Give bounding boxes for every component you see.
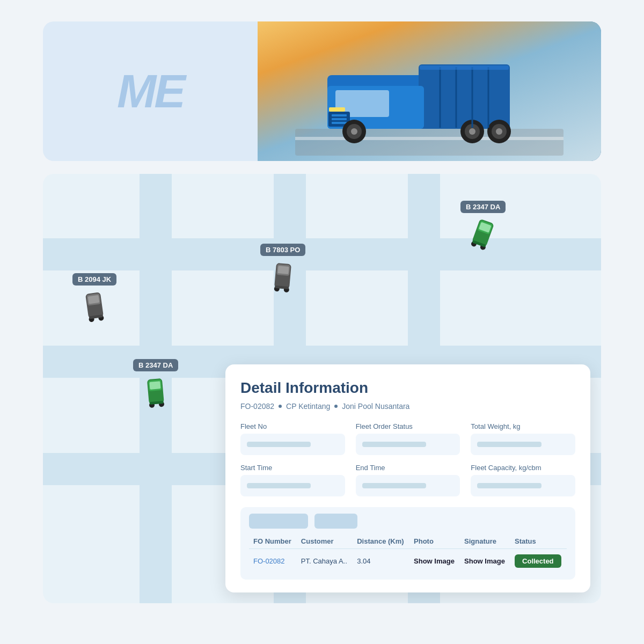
row-distance: 3.04 (353, 549, 409, 574)
fleet-capacity-group: Fleet Capacity, kg/cbm (471, 464, 575, 496)
fleet-no-input[interactable] (240, 434, 345, 455)
detail-title: Detail Information (240, 379, 575, 397)
detail-panel: Detail Information FO-02082 CP Ketintang… (225, 364, 590, 592)
table-row: FO-02082 PT. Cahaya A.. 3.04 Show Image … (249, 549, 567, 574)
fleet-order-status-group: Fleet Order Status (356, 422, 460, 455)
dot-1 (279, 405, 282, 408)
col-photo: Photo (409, 534, 460, 549)
dot-2 (334, 405, 338, 408)
vehicle-label-b2347da-mid: B 2347 DA (133, 359, 178, 371)
pool-subtitle: Joni Pool Nusantara (342, 402, 409, 411)
brand-logo: ME (117, 64, 184, 119)
vehicle-icon-green-2 (142, 372, 169, 412)
vehicle-label-b7803po: B 7803 PO (260, 244, 305, 256)
fleet-order-status-label: Fleet Order Status (356, 422, 460, 430)
svg-point-16 (469, 128, 475, 135)
fleet-capacity-loading (477, 483, 541, 488)
fleet-no-loading (247, 442, 311, 447)
logo-area: ME (43, 21, 258, 161)
row-fo-number: FO-02082 (249, 549, 297, 574)
location-subtitle: CP Ketintang (286, 402, 330, 411)
total-weight-input[interactable] (471, 434, 575, 455)
orders-table: FO Number Customer Distance (Km) Photo S… (249, 534, 567, 573)
start-time-group: Start Time (240, 464, 345, 496)
vehicle-marker-b7803po[interactable]: B 7803 PO (260, 244, 305, 294)
vehicle-label-b2347da-top: B 2347 DA (460, 201, 506, 213)
fleet-capacity-label: Fleet Capacity, kg/cbm (471, 464, 575, 472)
table-header-row: FO Number Customer Distance (Km) Photo S… (249, 534, 567, 549)
total-weight-group: Total Weight, kg (471, 422, 575, 455)
col-status: Status (510, 534, 567, 549)
banner-image (258, 21, 601, 161)
fleet-no-label: Fleet No (240, 422, 345, 430)
svg-rect-7 (332, 114, 347, 116)
col-signature: Signature (460, 534, 510, 549)
map-section: B 2094 JK B 7803 PO B 2347 DA (43, 174, 601, 603)
svg-rect-0 (295, 129, 564, 156)
fleet-no-group: Fleet No (240, 422, 345, 455)
svg-rect-3 (419, 64, 510, 129)
fleet-order-status-input[interactable] (356, 434, 460, 455)
orders-table-container: FO Number Customer Distance (Km) Photo S… (240, 507, 575, 580)
end-time-loading (362, 483, 426, 488)
vehicle-icon-green-1 (466, 212, 500, 253)
svg-rect-33 (278, 266, 289, 274)
vehicle-icon-dark-1 (80, 286, 109, 324)
svg-point-13 (351, 128, 357, 135)
col-fo-number: FO Number (249, 534, 297, 549)
end-time-group: End Time (356, 464, 460, 496)
end-time-label: End Time (356, 464, 460, 472)
total-weight-loading (477, 442, 541, 447)
form-grid: Fleet No Fleet Order Status Total Weight… (240, 422, 575, 496)
start-time-loading (247, 483, 311, 488)
svg-rect-27 (88, 295, 100, 304)
vehicle-marker-b2347da-top[interactable]: B 2347 DA (460, 201, 506, 251)
table-header-pills (249, 514, 567, 529)
start-time-input[interactable] (240, 475, 345, 496)
vehicle-marker-b2094jk[interactable]: B 2094 JK (72, 273, 116, 323)
table-body: FO-02082 PT. Cahaya A.. 3.04 Show Image … (249, 549, 567, 574)
svg-rect-24 (420, 65, 509, 70)
fleet-order-status-loading (362, 442, 426, 447)
svg-rect-9 (332, 122, 347, 124)
vehicle-label-b2094jk: B 2094 JK (72, 273, 116, 286)
photo-show-image-link[interactable]: Show Image (414, 557, 455, 565)
svg-rect-1 (295, 137, 564, 140)
table-head: FO Number Customer Distance (Km) Photo S… (249, 534, 567, 549)
row-photo: Show Image (409, 549, 460, 574)
table-pill-2 (314, 514, 357, 529)
vehicle-marker-b2347da-mid[interactable]: B 2347 DA (133, 359, 178, 411)
row-status: Collected (510, 549, 567, 574)
fleet-capacity-input[interactable] (471, 475, 575, 496)
col-customer: Customer (297, 534, 353, 549)
row-customer: PT. Cahaya A.. (297, 549, 353, 574)
detail-subtitle: FO-02082 CP Ketintang Joni Pool Nusantar… (240, 402, 575, 411)
total-weight-label: Total Weight, kg (471, 422, 575, 430)
svg-rect-10 (329, 107, 345, 112)
table-pill-1 (249, 514, 308, 529)
truck-illustration (295, 32, 564, 156)
svg-rect-45 (149, 381, 160, 390)
road-horizontal-1 (43, 238, 601, 270)
row-signature: Show Image (460, 549, 510, 574)
header-banner: ME (43, 21, 601, 161)
svg-rect-8 (332, 118, 347, 120)
end-time-input[interactable] (356, 475, 460, 496)
col-distance: Distance (Km) (353, 534, 409, 549)
status-badge-collected: Collected (515, 554, 561, 568)
start-time-label: Start Time (240, 464, 345, 472)
fo-number-subtitle: FO-02082 (240, 402, 274, 411)
svg-point-19 (496, 128, 502, 135)
signature-show-image-link[interactable]: Show Image (464, 557, 505, 565)
vehicle-icon-dark-2 (269, 257, 296, 295)
